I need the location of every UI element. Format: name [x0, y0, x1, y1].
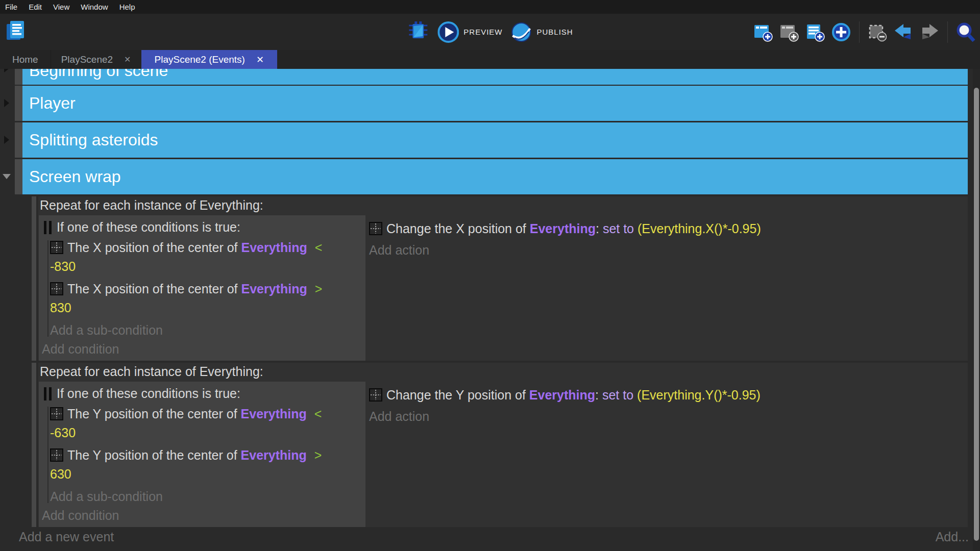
preview-label: PREVIEW — [463, 28, 502, 36]
or-condition[interactable]: If one of these conditions is true: — [44, 218, 360, 237]
add-condition-button[interactable]: Add condition — [42, 340, 360, 359]
menu-window[interactable]: Window — [81, 3, 108, 11]
main-toolbar: PREVIEW PUBLISH — [0, 14, 980, 50]
undo-icon[interactable] — [893, 22, 914, 42]
conditions-panel: If one of these conditions is true: The … — [39, 382, 365, 527]
action-text: Change the X position of — [386, 221, 526, 236]
relational-operator: < — [314, 407, 322, 421]
action-operator: set to — [602, 388, 633, 402]
add-circle-icon[interactable] — [831, 22, 851, 42]
event-drag-handle[interactable] — [15, 69, 22, 85]
menu-file[interactable]: File — [5, 3, 17, 11]
add-sub-condition-button[interactable]: Add a sub-condition — [50, 487, 360, 506]
publish-label: PUBLISH — [536, 28, 573, 36]
add-comment-icon[interactable] — [805, 22, 825, 42]
tab-bar: Home PlayScene2 ✕ PlayScene2 (Events) ✕ — [0, 50, 980, 69]
tab-home[interactable]: Home — [0, 50, 51, 69]
event-drag-handle[interactable] — [15, 159, 22, 194]
object-name: Everything — [529, 388, 595, 402]
event-drag-handle[interactable] — [15, 122, 22, 158]
add-subevent-icon[interactable] — [779, 22, 799, 42]
action-expression: (Everything.Y()*-0.95) — [637, 388, 761, 402]
action-operator: set to — [603, 221, 634, 236]
condition-text: The X position of the center of — [67, 282, 238, 296]
group-collapse-arrow[interactable] — [4, 99, 9, 107]
object-icon — [50, 448, 63, 462]
object-icon — [369, 222, 382, 235]
menu-help[interactable]: Help — [119, 3, 135, 11]
group-collapse-arrow[interactable] — [4, 136, 9, 144]
event-drag-handle[interactable] — [15, 86, 22, 121]
toolbar-separator — [859, 21, 860, 43]
condition-row[interactable]: The Y position of the center of Everythi… — [50, 405, 356, 442]
or-conditions-icon — [44, 221, 52, 234]
add-new-event-button[interactable]: Add a new event — [19, 530, 114, 544]
group-expand-arrow[interactable] — [3, 174, 11, 179]
add-condition-button[interactable]: Add condition — [42, 506, 360, 525]
condition-value: -830 — [50, 257, 356, 276]
condition-value: 830 — [50, 298, 356, 317]
close-icon[interactable]: ✕ — [124, 55, 131, 64]
conditions-panel: If one of these conditions is true: The … — [39, 215, 365, 361]
action-row[interactable]: Change the X position of Everything: set… — [369, 219, 761, 238]
publish-globe-icon — [510, 21, 532, 43]
condition-row[interactable]: The Y position of the center of Everythi… — [50, 446, 356, 484]
object-name: Everything — [241, 240, 307, 255]
debug-icon[interactable] — [407, 20, 429, 44]
action-text: Change the Y position of — [386, 388, 526, 402]
preview-play-icon — [437, 21, 459, 43]
repeat-header[interactable]: Repeat for each instance of Everything: — [40, 198, 263, 213]
condition-row[interactable]: The X position of the center of Everythi… — [50, 238, 356, 276]
menu-edit[interactable]: Edit — [29, 3, 42, 11]
group-label: Beginning of scene — [29, 69, 168, 80]
add-event-icon[interactable] — [753, 22, 773, 42]
project-manager-icon[interactable] — [4, 19, 28, 45]
add-action-button[interactable]: Add action — [369, 407, 761, 426]
group-collapse-arrow[interactable] — [4, 69, 9, 72]
tab-playscene2-label: PlayScene2 — [61, 54, 113, 65]
search-icon[interactable] — [955, 22, 976, 42]
object-icon — [50, 407, 63, 420]
object-icon — [50, 282, 63, 295]
or-condition[interactable]: If one of these conditions is true: — [44, 384, 360, 403]
object-icon — [369, 388, 382, 402]
group-label: Screen wrap — [29, 167, 121, 186]
scrollbar-thumb[interactable] — [974, 88, 979, 541]
condition-text: The Y position of the center of — [67, 448, 237, 462]
repeat-event-x: Repeat for each instance of Everything: … — [38, 196, 968, 361]
or-condition-label: If one of these conditions is true: — [57, 386, 240, 401]
event-drag-handle[interactable] — [32, 363, 36, 527]
redo-icon[interactable] — [919, 22, 940, 42]
relational-operator: > — [314, 448, 322, 462]
preview-button[interactable]: PREVIEW — [437, 21, 502, 43]
group-header-player[interactable]: Player — [22, 86, 968, 121]
close-icon[interactable]: ✕ — [256, 54, 264, 65]
add-sub-condition-button[interactable]: Add a sub-condition — [50, 321, 360, 340]
tab-playscene2[interactable]: PlayScene2 ✕ — [51, 50, 141, 69]
tab-playscene2-events-label: PlayScene2 (Events) — [155, 54, 245, 65]
condition-row[interactable]: The X position of the center of Everythi… — [50, 280, 356, 317]
group-header-beginning[interactable]: Beginning of scene — [22, 69, 968, 85]
group-label: Splitting asteroids — [29, 131, 158, 149]
action-expression: (Everything.X()*-0.95) — [638, 221, 761, 236]
condition-value: 630 — [50, 465, 356, 484]
condition-value: -630 — [50, 423, 356, 442]
tab-playscene2-events[interactable]: PlayScene2 (Events) ✕ — [141, 50, 278, 69]
action-colon: : — [595, 388, 599, 402]
relational-operator: < — [315, 240, 323, 255]
repeat-header[interactable]: Repeat for each instance of Everything: — [40, 364, 263, 379]
action-row[interactable]: Change the Y position of Everything: set… — [369, 386, 761, 405]
group-header-splitting[interactable]: Splitting asteroids — [22, 122, 968, 158]
object-name: Everything — [530, 221, 596, 236]
menu-view[interactable]: View — [53, 3, 69, 11]
publish-button[interactable]: PUBLISH — [510, 21, 573, 43]
group-header-screenwrap[interactable]: Screen wrap — [22, 159, 968, 194]
object-name: Everything — [241, 282, 307, 296]
or-conditions-icon — [44, 387, 52, 400]
add-action-button[interactable]: Add action — [369, 241, 761, 260]
event-drag-handle[interactable] — [32, 196, 36, 361]
condition-text: The Y position of the center of — [67, 407, 237, 421]
add-more-button[interactable]: Add... — [936, 530, 969, 544]
delete-selection-icon[interactable] — [867, 22, 888, 42]
object-name: Everything — [241, 448, 307, 462]
